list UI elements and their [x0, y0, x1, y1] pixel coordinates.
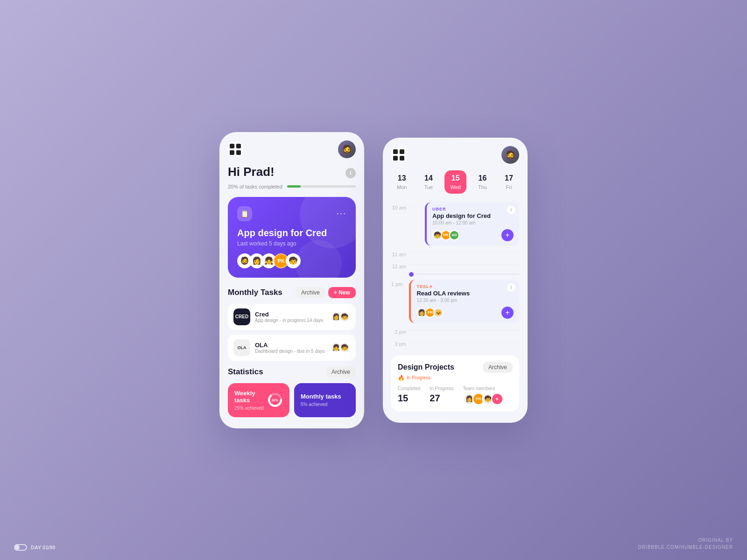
cred-av2: 🧒	[339, 311, 350, 322]
monthly-stat-card[interactable]: Monthly tasks 5% achieved	[294, 383, 356, 417]
in-progress-label: In Progress	[407, 375, 430, 380]
mem-plus-button[interactable]: +	[491, 393, 503, 405]
time-3pm: 3 pm	[391, 338, 406, 347]
hero-avatars: 🧔 👩 👧 PK 🧒	[237, 253, 346, 268]
cal-day-name-wed: Wed	[450, 184, 460, 190]
statistics-title: Statistics	[228, 367, 263, 377]
cal-day-num-17: 17	[505, 174, 513, 182]
cal-day-num-16: 16	[479, 174, 487, 182]
tesla-add-button[interactable]: +	[501, 307, 514, 319]
tesla-event-card[interactable]: i TESLA Read OLA reviews 12:30 am - 3:00…	[409, 280, 519, 323]
projects-stats: Completed 15 In Progress 27 Team members…	[398, 386, 513, 405]
grid-icon[interactable]	[228, 142, 243, 157]
cal-day-name-thu: Thu	[478, 184, 487, 190]
user-avatar-2[interactable]: 🧔	[501, 146, 519, 164]
time-12am: 12 am	[391, 261, 406, 269]
monthly-tasks-header: Monthly Tasks Archive + New	[228, 287, 356, 298]
progress-label: 20% of tasks completed	[228, 184, 282, 189]
uber-add-button[interactable]: +	[501, 229, 514, 241]
now-line	[409, 272, 519, 277]
cal-day-tue[interactable]: 14 Tue	[418, 170, 439, 194]
monthly-sub: 5% achieved	[301, 402, 341, 407]
tesla-event-avatars: 👩 PR 🐱	[416, 308, 444, 318]
projects-header: Design Projects Archive	[398, 362, 513, 373]
ola-desc: Dashboard design - due in 5 days	[255, 349, 326, 354]
cred-name: Cred	[255, 311, 326, 318]
cal-day-name-fri: Fri	[506, 184, 512, 190]
cal-day-num-15: 15	[451, 174, 460, 182]
time-2pm: 2 pm	[391, 326, 406, 335]
uber-event-avatars: 🧒 PR AD	[432, 230, 459, 240]
archive-button-tasks[interactable]: Archive	[296, 287, 325, 298]
uber-event-card[interactable]: i UBER App design for Cred 10:00 am - 12…	[425, 202, 519, 246]
cal-day-num-13: 13	[398, 174, 406, 182]
completed-label: Completed	[398, 386, 420, 391]
topbar-1: 🧔	[228, 140, 356, 158]
task-ola[interactable]: OLA OLA Dashboard design - due in 5 days…	[228, 335, 356, 361]
uber-event-title: App design for Cred	[432, 212, 514, 219]
svg-text:86%: 86%	[272, 399, 278, 402]
tesla-event-title: Read OLA reviews	[416, 290, 514, 297]
grid-icon-2[interactable]	[391, 147, 406, 162]
uber-info-icon[interactable]: i	[507, 206, 515, 214]
members-avatars: 👩 PR 🧒 +	[463, 393, 503, 405]
greeting: Hi Prad!	[228, 165, 275, 179]
stats-row: Weekly tasks 25% achieved 86% Monthly ta…	[228, 383, 356, 417]
uber-tag: UBER	[432, 207, 514, 211]
cred-avatars: 👩 🧒	[331, 311, 350, 322]
user-avatar[interactable]: 🧔	[338, 140, 356, 158]
hero-title: App design for Cred	[237, 228, 346, 238]
members-label: Team members	[463, 386, 503, 391]
more-options[interactable]: ···	[337, 209, 346, 218]
cal-day-name-tue: Tue	[424, 184, 433, 190]
weekly-label: Weekly tasks	[234, 390, 267, 404]
ola-av2: 🧒	[339, 342, 350, 353]
hero-card[interactable]: 📋 ··· App design for Cred Last worked 5 …	[228, 197, 356, 278]
phone-2: 🧔 13 Mon 14 Tue 15 Wed 16 Thu	[383, 138, 528, 423]
projects-archive-button[interactable]: Archive	[483, 362, 513, 373]
completed-stat: Completed 15	[398, 386, 420, 405]
archive-button-stats[interactable]: Archive	[326, 366, 356, 378]
ev-av-3: AD	[449, 230, 459, 240]
statistics-header: Statistics Archive	[228, 366, 356, 378]
cred-info: Cred App design - in progress 14 days	[255, 311, 326, 323]
uber-event-time: 10:00 am - 12:00 am	[432, 220, 514, 225]
cal-day-thu[interactable]: 16 Thu	[472, 170, 493, 194]
cred-logo: CRED	[233, 308, 250, 325]
inprogress-val: 27	[430, 393, 453, 404]
cal-day-mon[interactable]: 13 Mon	[391, 170, 412, 194]
cred-desc: App design - in progress 14 days	[255, 318, 326, 323]
design-projects-section: Design Projects Archive 🔥 In Progress Co…	[391, 355, 519, 412]
ola-avatars: 👧 🧒	[331, 342, 350, 353]
uber-event-footer: 🧒 PR AD +	[432, 229, 514, 241]
tesla-info-icon[interactable]: i	[507, 283, 515, 292]
tesla-event-footer: 👩 PR 🐱 +	[416, 307, 514, 319]
weekly-stat-card[interactable]: Weekly tasks 25% achieved 86%	[228, 383, 289, 417]
time-1pm: 1 pm	[391, 279, 402, 287]
projects-title: Design Projects	[398, 363, 454, 371]
weekly-sub: 25% achieved	[234, 406, 267, 411]
cal-day-name-mon: Mon	[397, 184, 407, 190]
progress-row: 20% of tasks completed	[228, 184, 356, 189]
monthly-label: Monthly tasks	[301, 393, 341, 400]
ola-info: OLA Dashboard design - due in 5 days	[255, 342, 326, 354]
avatar-5: 🧒	[286, 253, 301, 268]
task-cred[interactable]: CRED Cred App design - in progress 14 da…	[228, 304, 356, 330]
tesla-tag: TESLA	[416, 284, 514, 289]
pill-icon	[14, 544, 27, 551]
now-bar	[416, 274, 519, 274]
day-label: DAY 01/90	[31, 545, 56, 550]
cal-day-wed[interactable]: 15 Wed	[444, 170, 466, 194]
team-members-col: Team members 👩 PR 🧒 +	[463, 386, 503, 405]
monthly-tasks-title: Monthly Tasks	[228, 288, 282, 297]
now-dot	[409, 272, 414, 277]
inprogress-stat: In Progress 27	[430, 386, 453, 405]
info-button[interactable]: i	[345, 168, 356, 178]
cal-day-fri[interactable]: 17 Fri	[499, 170, 519, 194]
watermark-right: ORIGINAL BY DRIBBBLE.COM/HUMBLE-DESIGNER	[638, 537, 733, 551]
new-button[interactable]: + New	[328, 287, 356, 298]
watermark-line1: ORIGINAL BY	[638, 537, 733, 544]
tesla-event-time: 12:30 am - 3:00 pm	[416, 298, 514, 303]
flame-icon: 🔥	[398, 375, 405, 381]
progress-bar-fill	[287, 185, 301, 188]
